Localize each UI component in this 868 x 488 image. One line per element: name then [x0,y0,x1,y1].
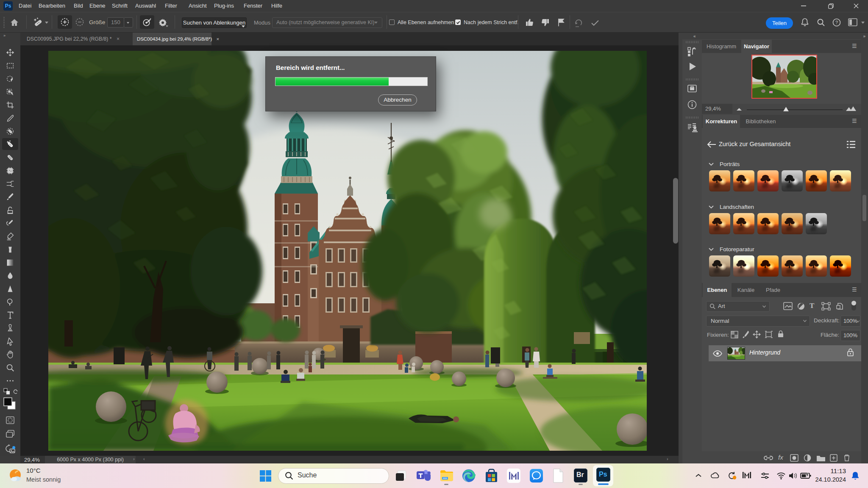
svg-text:?: ? [835,20,838,25]
